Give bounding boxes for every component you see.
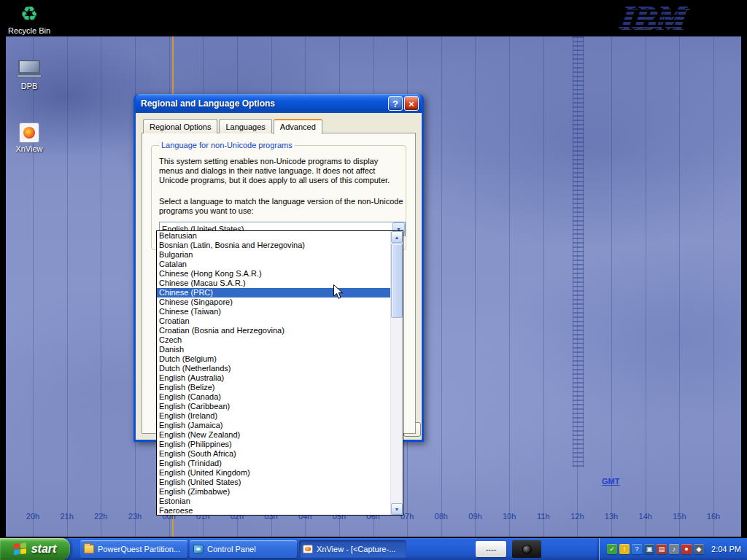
dialog-title: Regional and Language Options [141,98,387,109]
hour-label: 13h [605,512,618,521]
language-option[interactable]: Chinese (Taiwan) [157,307,390,316]
language-option[interactable]: Croatian [157,316,390,326]
language-option[interactable]: Dutch (Belgium) [157,354,390,364]
language-option[interactable]: English (Caribbean) [157,402,390,411]
timezone-meridian-line [611,36,612,537]
language-option[interactable]: Croatian (Bosnia and Herzegovina) [157,326,390,335]
triangle-up-icon: ▲ [395,235,400,240]
language-option[interactable]: English (Belize) [157,383,390,392]
triangle-down-icon: ▼ [395,507,400,512]
language-option[interactable]: English (Jamaica) [157,421,390,430]
language-option[interactable]: Chinese (PRC) [157,288,390,298]
language-option[interactable]: English (Ireland) [157,411,390,421]
security-alert-shield-icon[interactable]: ! [619,544,630,554]
language-option[interactable]: Danish [157,345,390,354]
hour-label: 09h [468,512,481,521]
language-option[interactable]: English (Australia) [157,373,390,383]
icon-label: DPB [3,82,55,90]
language-option[interactable]: English (Philippines) [157,440,390,449]
taskbar-button-label: PowerQuest Partition... [98,545,180,553]
language-option[interactable]: Faeroese [157,506,390,516]
taskbar: start PowerQuest Partition...Control Pan… [0,538,747,560]
tab-regional-options[interactable]: Regional Options [143,119,217,133]
dialog-titlebar[interactable]: Regional and Language Options ? × [136,94,422,113]
timezone-meridian-line [475,36,476,537]
language-option[interactable]: English (Canada) [157,392,390,402]
ibm-logo-text: IBM [589,0,689,35]
folder-icon [84,545,94,553]
tray-icons: ✓!?▣▤♪●◆ [607,544,704,554]
language-option[interactable]: Bosnian (Latin, Bosnia and Herzegovina) [157,241,390,250]
timezone-meridian-line [679,36,680,537]
desktop-icon-xnview[interactable]: XnView [3,122,55,153]
volume-icon[interactable]: ♪ [669,544,679,554]
language-option[interactable]: English (United Kingdom) [157,468,390,478]
language-option[interactable]: English (South Africa) [157,449,390,459]
recycle-bin-icon: ♻ [3,3,55,25]
hour-label: 22h [94,512,107,521]
hour-label: 11h [537,512,550,521]
language-option[interactable]: English (Zimbabwe) [157,487,390,497]
hour-label: 10h [503,512,516,521]
windows-update-icon[interactable]: ? [632,544,642,554]
language-option[interactable]: English (New Zealand) [157,430,390,440]
computer-icon [17,60,42,80]
timezone-meridian-line [509,36,510,537]
timezone-meridian-line [577,36,578,537]
display-adapter-icon[interactable]: ▤ [657,544,667,554]
taskbar-buttons: PowerQuest Partition...Control PanelXnVi… [80,540,406,558]
language-option[interactable]: Estonian [157,497,390,506]
language-option[interactable]: English (United States) [157,478,390,487]
groupbox-title: Language for non-Unicode programs [159,141,295,149]
taskbar-band-dashes[interactable]: ---- [476,541,506,557]
hour-label: 23h [128,512,142,521]
scroll-thumb[interactable] [391,244,403,318]
language-option[interactable]: Chinese (Macau S.A.R.) [157,279,390,288]
instruction-text: Select a language to match the language … [159,197,407,216]
antivirus-status-icon[interactable]: ● [681,544,692,554]
language-option[interactable]: Catalan [157,260,390,269]
language-option[interactable]: Chinese (Hong Kong S.A.R.) [157,269,390,279]
tab-languages[interactable]: Languages [219,119,271,133]
description-text: This system setting enables non-Unicode … [159,157,401,185]
hour-label: 12h [570,512,584,521]
network-connection-icon[interactable]: ▣ [644,544,654,554]
hour-label: 16h [707,512,720,521]
ibm-logo: IBM [591,0,686,35]
windows-logo-icon [14,542,28,556]
language-option[interactable]: Bulgarian [157,250,390,260]
scroll-down-button[interactable]: ▼ [391,503,403,515]
control-panel-icon [193,545,204,553]
gmt-meridian-band [573,36,584,467]
start-label: start [31,542,57,556]
taskbar-band-dark[interactable] [512,540,541,558]
language-option[interactable]: English (Trinidad) [157,459,390,468]
language-dropdown-list: ▲ ▼ BelarusianBosnian (Latin, Bosnia and… [156,230,403,516]
xnview-icon [303,545,313,553]
language-option[interactable]: Chinese (Singapore) [157,298,390,307]
tab-advanced[interactable]: Advanced [274,119,322,134]
hour-label: 14h [639,512,652,521]
timezone-meridian-line [67,36,68,537]
hardware-safely-remove-icon[interactable]: ✓ [607,544,617,554]
dropdown-scrollbar[interactable]: ▲ ▼ [390,231,403,515]
unknown-app-icon [522,545,532,554]
help-button[interactable]: ? [388,96,403,111]
start-button[interactable]: start [0,538,70,560]
scroll-up-button[interactable]: ▲ [391,231,403,243]
taskbar-button[interactable]: PowerQuest Partition... [80,540,187,558]
taskbar-button[interactable]: Control Panel [190,540,297,558]
language-option[interactable]: Dutch (Netherlands) [157,364,390,373]
close-button[interactable]: × [404,96,419,111]
timezone-meridian-line [101,36,101,537]
timezone-meridian-line [441,36,442,537]
task-scheduler-icon[interactable]: ◆ [694,544,704,554]
desktop-icon-recycle-bin[interactable]: ♻ Recycle Bin [3,3,55,35]
dialog-tabs: Regional OptionsLanguagesAdvanced [142,119,416,133]
hour-label: 15h [673,512,686,521]
language-option[interactable]: Belarusian [157,231,390,241]
taskbar-button[interactable]: XnView - [<Capture-... [299,540,406,558]
icon-label: XnView [3,144,55,153]
language-option[interactable]: Czech [157,335,390,345]
desktop-icon-dpb[interactable]: DPB [3,60,55,90]
